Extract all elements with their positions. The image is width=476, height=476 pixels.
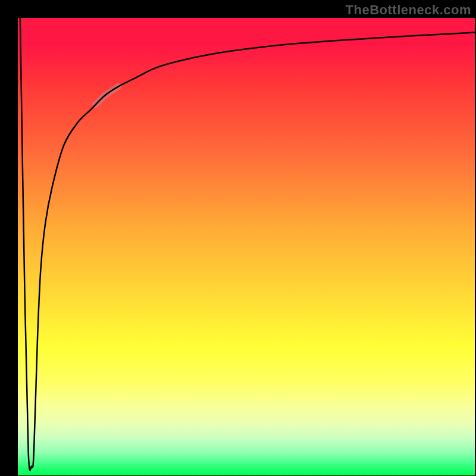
watermark-label: TheBottleneck.com: [346, 2, 471, 18]
chart-container: TheBottleneck.com: [0, 0, 476, 476]
curve-svg: [18, 18, 475, 475]
plot-area: [18, 18, 475, 475]
bottleneck-curve: [20, 18, 475, 470]
